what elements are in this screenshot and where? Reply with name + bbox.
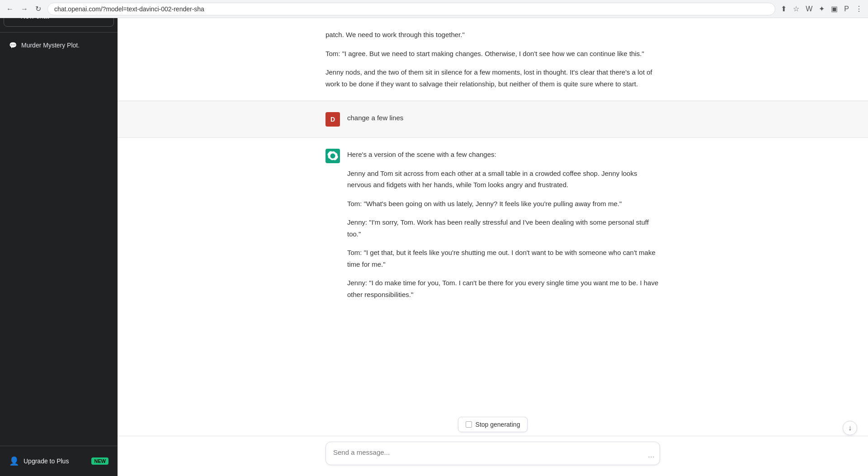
- ai-para-4: Tom: "I get that, but it feels like you'…: [347, 247, 660, 270]
- reload-button[interactable]: ↻: [33, 3, 44, 15]
- extension2-button[interactable]: ✦: [817, 3, 826, 15]
- history-item-label: Murder Mystery Plot.: [21, 42, 80, 49]
- forward-button[interactable]: →: [18, 3, 31, 15]
- ai-para-3: Jenny: "I'm sorry, Tom. Work has been re…: [347, 217, 660, 240]
- main-wrapper: patch. We need to work through this toge…: [118, 18, 868, 476]
- url-text: chat.openai.com/?model=text-davinci-002-…: [54, 5, 769, 13]
- prev-para-3: Jenny nods, and the two of them sit in s…: [326, 66, 660, 90]
- user-message-inner: D change a few lines: [326, 112, 660, 127]
- stop-checkbox-icon: [466, 421, 472, 428]
- input-inner: ···: [326, 442, 660, 467]
- ai-message-inner: Here's a version of the scene with a few…: [326, 149, 660, 300]
- input-area: ···: [118, 436, 868, 476]
- browser-navigation: ← → ↻: [4, 3, 44, 15]
- url-bar[interactable]: chat.openai.com/?model=text-davinci-002-…: [47, 3, 775, 15]
- stop-generating-label: Stop generating: [476, 421, 520, 428]
- message-input[interactable]: [326, 442, 660, 465]
- extension3-button[interactable]: ▣: [829, 3, 840, 15]
- profile-button[interactable]: P: [842, 3, 851, 15]
- sidebar-history: 💬 Murder Mystery Plot. ✏ 🗑: [0, 33, 118, 446]
- stop-generating-wrapper: Stop generating: [118, 417, 868, 432]
- upgrade-label: Upgrade to Plus: [24, 457, 69, 465]
- ai-avatar: [326, 149, 340, 163]
- previous-response: patch. We need to work through this toge…: [118, 18, 868, 101]
- back-button[interactable]: ←: [4, 3, 16, 15]
- share-button[interactable]: ⬆: [779, 3, 788, 15]
- user-message-text: change a few lines: [347, 112, 403, 122]
- ai-message-row: Here's a version of the scene with a few…: [118, 138, 868, 311]
- history-item-murder-mystery[interactable]: 💬 Murder Mystery Plot. ✏ 🗑: [4, 36, 114, 54]
- new-badge: NEW: [91, 457, 108, 465]
- prev-para-2: Tom: "I agree. But we need to start maki…: [326, 48, 660, 60]
- content-area: patch. We need to work through this toge…: [118, 18, 868, 476]
- ai-para-2: Tom: "What's been going on with us latel…: [347, 198, 660, 210]
- stop-generating-button[interactable]: Stop generating: [458, 417, 528, 432]
- user-icon: 👤: [9, 456, 19, 466]
- extension1-button[interactable]: W: [804, 3, 814, 15]
- main-content: patch. We need to work through this toge…: [118, 18, 868, 413]
- edit-chat-button[interactable]: ✏: [90, 41, 98, 50]
- ai-para-5: Jenny: "I do make time for you, Tom. I c…: [347, 277, 660, 300]
- upgrade-button[interactable]: 👤 Upgrade to Plus NEW: [4, 452, 114, 471]
- ai-para-1: Jenny and Tom sit across from each other…: [347, 168, 660, 191]
- openai-logo-icon: [327, 151, 338, 161]
- prev-para-1: patch. We need to work through this toge…: [326, 29, 660, 41]
- user-avatar: D: [326, 112, 340, 127]
- delete-chat-button[interactable]: 🗑: [100, 41, 108, 50]
- browser-actions: ⬆ ☆ W ✦ ▣ P ⋮: [779, 3, 864, 15]
- browser-bar: ← → ↻ chat.openai.com/?model=text-davinc…: [0, 0, 868, 18]
- menu-button[interactable]: ⋮: [854, 3, 864, 15]
- user-message-row: D change a few lines: [118, 101, 868, 137]
- history-item-left: 💬 Murder Mystery Plot.: [9, 42, 80, 49]
- sidebar-bottom: 👤 Upgrade to Plus NEW: [0, 446, 118, 476]
- sidebar: + New chat 💬 Murder Mystery Plot. ✏ 🗑 👤 …: [0, 0, 118, 476]
- more-options-button[interactable]: ···: [648, 452, 655, 462]
- ai-message-text: Here's a version of the scene with a few…: [347, 149, 660, 300]
- input-actions: ···: [648, 452, 655, 462]
- chat-icon: 💬: [9, 42, 17, 49]
- scroll-down-button[interactable]: ↓: [843, 421, 857, 435]
- upgrade-left: 👤 Upgrade to Plus: [9, 456, 69, 466]
- bookmark-button[interactable]: ☆: [791, 3, 801, 15]
- ai-intro: Here's a version of the scene with a few…: [347, 149, 660, 160]
- previous-response-text: patch. We need to work through this toge…: [326, 29, 660, 90]
